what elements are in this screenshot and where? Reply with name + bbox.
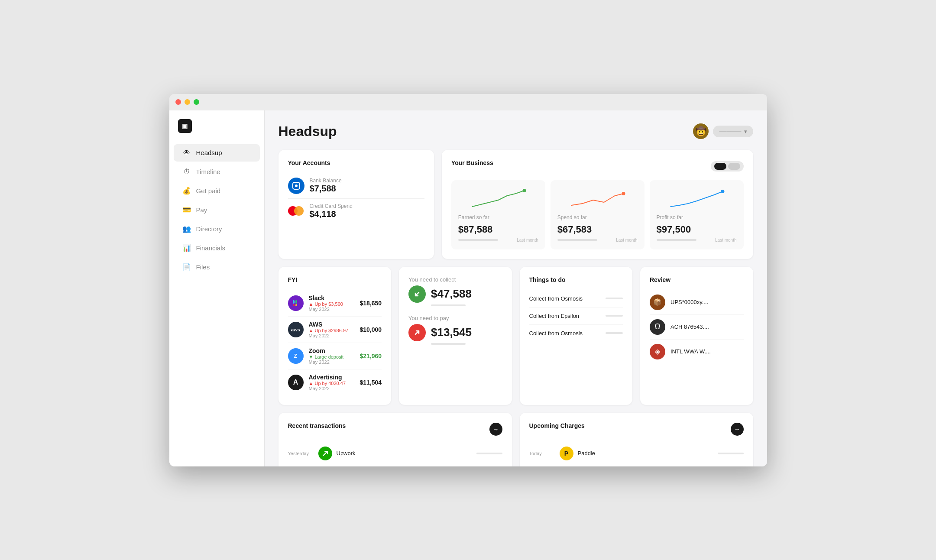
sidebar-item-label: Directory — [196, 225, 222, 233]
todo-card: Things to do Collect from Osmosis Collec… — [520, 267, 633, 405]
sidebar-item-headsup[interactable]: 👁 Headsup — [174, 144, 260, 162]
aws-icon: aws — [288, 322, 304, 337]
transaction-row-0: Yesterday Upwork — [288, 442, 502, 465]
row-2: FYI S — [279, 267, 753, 405]
chevron-down-icon: ▾ — [744, 128, 747, 135]
sidebar-item-label: Headsup — [196, 149, 222, 156]
user-name-pill[interactable]: ────── ▾ — [713, 126, 753, 137]
mastercard-icon — [288, 205, 304, 217]
review-icon-2: ◈ — [650, 344, 665, 359]
transaction-bar-0 — [476, 453, 502, 454]
earned-bar — [458, 239, 498, 241]
upcoming-bar-0 — [718, 453, 744, 454]
timeline-icon: ⏱ — [182, 168, 191, 176]
collect-icon-green — [408, 285, 426, 303]
accounts-card: Your Accounts Bank Balance — [279, 150, 434, 259]
svg-rect-6 — [295, 300, 297, 304]
app-body: ▣ 👁 Headsup ⏱ Timeline 💰 Get paid 💳 Pay … — [169, 110, 767, 466]
close-button[interactable] — [175, 99, 181, 105]
user-name-text: ────── — [719, 128, 741, 134]
svg-rect-7 — [293, 304, 295, 306]
sidebar-item-financials[interactable]: 📊 Financials — [174, 240, 260, 257]
fyi-date-advertising: May 2022 — [309, 386, 346, 391]
fyi-left-aws: aws AWS ▲ Up by $2986.97 May 2022 — [288, 321, 349, 338]
earned-last-month: Last month — [517, 238, 538, 243]
svg-rect-8 — [295, 304, 297, 306]
collect-label: You need to collect — [408, 276, 502, 283]
title-bar — [169, 94, 767, 110]
business-metrics: Earned so far $87,588 Last month — [451, 180, 744, 249]
transaction-name-0: Upwork — [337, 450, 356, 456]
collect-bar — [431, 304, 466, 306]
profit-metric: Profit so far $97,500 Last month — [650, 180, 744, 249]
upcoming-arrow-button[interactable]: → — [731, 423, 744, 436]
pay-icon-red — [408, 324, 426, 341]
transaction-row-1: 1 day ago Swifty — [288, 465, 502, 466]
review-text-2: INTL WWA W.... — [670, 348, 711, 355]
recent-title: Recent transactions — [288, 422, 346, 429]
todo-title: Things to do — [529, 276, 623, 283]
credit-label: Credit Card Spend — [310, 203, 353, 209]
sidebar-item-getpaid[interactable]: 💰 Get paid — [174, 182, 260, 200]
bank-account-row: Bank Balance $7,588 — [288, 173, 424, 199]
accounts-title: Your Accounts — [288, 159, 424, 166]
sidebar-item-files[interactable]: 📄 Files — [174, 259, 260, 276]
transaction-icon-0 — [318, 447, 332, 460]
toggle-right — [728, 163, 740, 170]
earned-metric: Earned so far $87,588 Last month — [451, 180, 545, 249]
credit-amount: $4,118 — [310, 209, 353, 219]
review-item-1: Ω ACH 876543.... — [650, 315, 744, 340]
upcoming-name-0: Paddle — [578, 450, 595, 456]
row-1: Your Accounts Bank Balance — [279, 150, 753, 259]
business-card: Your Business — [442, 150, 753, 259]
fyi-details-zoom: Zoom ▼ Large deposit May 2022 — [309, 347, 344, 365]
fyi-date-zoom: May 2022 — [309, 359, 344, 365]
svg-rect-5 — [293, 300, 295, 304]
minimize-button[interactable] — [185, 99, 190, 105]
spend-bar — [557, 239, 597, 241]
review-text-1: ACH 876543.... — [670, 324, 709, 330]
spend-label: Spend so far — [557, 214, 638, 220]
spend-footer: Last month — [557, 238, 638, 243]
fyi-amount-aws: $10,000 — [360, 326, 382, 333]
sidebar-item-directory[interactable]: 👥 Directory — [174, 220, 260, 238]
avatar: 🤠 — [693, 123, 709, 139]
collect-card: You need to collect $47,588 Yo — [399, 267, 512, 405]
todo-text-0: Collect from Osmosis — [529, 295, 583, 302]
profit-bar — [657, 239, 696, 241]
toggle-switch[interactable] — [711, 161, 744, 172]
collect-row: You need to collect $47,588 — [408, 276, 502, 306]
pay-amount-row: $13,545 — [408, 324, 502, 341]
sidebar-item-timeline[interactable]: ⏱ Timeline — [174, 163, 260, 181]
spend-chart — [557, 187, 638, 211]
fyi-name-zoom: Zoom — [309, 347, 344, 354]
upcoming-row-0: Today P Paddle — [529, 442, 744, 465]
bank-account-left: Bank Balance $7,588 — [288, 178, 342, 194]
spend-metric: Spend so far $67,583 Last month — [551, 180, 645, 249]
review-item-0: 📦 UPS*0000xy.... — [650, 290, 744, 315]
fyi-item-slack: Slack ▲ Up by $3,500 May 2022 $18,650 — [288, 290, 382, 317]
sidebar-item-label: Files — [196, 263, 210, 271]
fyi-change-advertising: ▲ Up by 4020.47 — [309, 381, 346, 386]
recent-arrow-button[interactable]: → — [489, 423, 502, 436]
review-title: Review — [650, 276, 744, 283]
sidebar: ▣ 👁 Headsup ⏱ Timeline 💰 Get paid 💳 Pay … — [169, 110, 265, 466]
upcoming-left-0: Today P Paddle — [529, 447, 595, 460]
review-item-2: ◈ INTL WWA W.... — [650, 340, 744, 364]
fyi-item-aws: aws AWS ▲ Up by $2986.97 May 2022 $10,00… — [288, 317, 382, 343]
pay-label: You need to pay — [408, 315, 502, 321]
collect-amount-row: $47,588 — [408, 285, 502, 303]
files-icon: 📄 — [182, 263, 191, 272]
todo-bar-1 — [606, 315, 623, 317]
fyi-item-zoom: Z Zoom ▼ Large deposit May 2022 $21,960 — [288, 343, 382, 369]
zoom-icon: Z — [288, 348, 304, 364]
fyi-card: FYI S — [279, 267, 392, 405]
page-title: Headsup — [279, 123, 337, 139]
credit-account-left: Credit Card Spend $4,118 — [288, 203, 353, 219]
review-text-0: UPS*0000xy.... — [670, 299, 708, 305]
fyi-name-advertising: Advertising — [309, 374, 346, 381]
financials-icon: 📊 — [182, 244, 191, 252]
sidebar-item-pay[interactable]: 💳 Pay — [174, 201, 260, 219]
advertising-icon: A — [288, 375, 304, 390]
maximize-button[interactable] — [194, 99, 199, 105]
